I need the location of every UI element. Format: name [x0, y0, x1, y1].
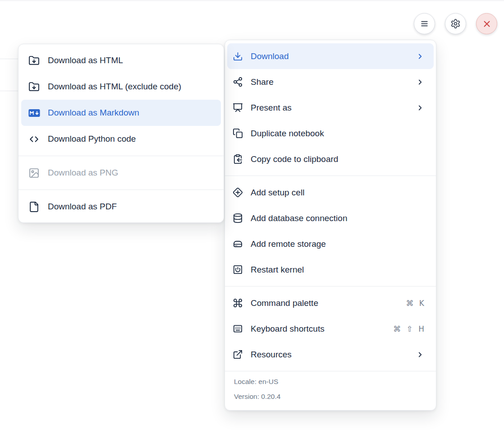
- menu-item-download-pdf[interactable]: Download as PDF: [18, 194, 224, 220]
- menu-item-present-as[interactable]: Present as: [225, 95, 436, 120]
- database-icon: [233, 213, 243, 223]
- command-icon: [233, 298, 243, 308]
- menu-item-download-html-exclude-code[interactable]: Download as HTML (exclude code): [18, 74, 224, 100]
- file-icon: [28, 201, 40, 213]
- menu-footer: Locale: en-US Version: 0.20.4: [225, 371, 436, 410]
- markdown-icon: [28, 108, 40, 118]
- cell-border-line: [0, 59, 18, 59]
- version-text: Version: 0.20.4: [234, 392, 427, 402]
- menu-item-share[interactable]: Share: [225, 69, 436, 95]
- download-submenu: Download as HTML Download as HTML (exclu…: [18, 44, 224, 223]
- chevron-right-icon: [416, 104, 424, 112]
- close-icon: [482, 19, 492, 29]
- notebook-actions-toolbar: [414, 13, 497, 34]
- power-square-icon: [233, 264, 243, 275]
- menu-item-download-markdown[interactable]: Download as Markdown: [21, 100, 221, 126]
- image-icon: [28, 167, 40, 179]
- menu-item-restart-kernel[interactable]: Restart kernel: [225, 257, 436, 282]
- menu-button[interactable]: [414, 13, 435, 34]
- menu-item-add-remote-storage[interactable]: Add remote storage: [225, 231, 436, 257]
- menu-item-add-database-connection[interactable]: Add database connection: [225, 205, 436, 231]
- chevron-right-icon: [416, 351, 424, 359]
- share-icon: [233, 77, 243, 87]
- external-link-icon: [233, 349, 243, 360]
- menu-item-download-python-code[interactable]: Download Python code: [18, 126, 224, 152]
- cell-border-line: [0, 91, 18, 91]
- page-top-border: [0, 0, 504, 1]
- notebook-menu: Download Share Present as: [225, 40, 436, 411]
- hard-drive-icon: [233, 239, 243, 249]
- code-icon: [28, 134, 40, 145]
- settings-button[interactable]: [445, 13, 466, 34]
- presentation-icon: [233, 102, 243, 113]
- shutdown-button[interactable]: [476, 13, 497, 34]
- menu-item-add-setup-cell[interactable]: Add setup cell: [225, 180, 436, 205]
- download-icon: [233, 51, 243, 61]
- chevron-right-icon: [416, 52, 424, 60]
- folder-down-icon: [28, 81, 40, 92]
- gear-icon: [450, 18, 461, 29]
- menu-item-keyboard-shortcuts[interactable]: Keyboard shortcuts ⌘ ⇧ H: [225, 316, 436, 342]
- shortcut-command-shift-h: ⌘ ⇧ H: [393, 324, 424, 333]
- menu-item-copy-code[interactable]: Copy code to clipboard: [225, 146, 436, 172]
- locale-text: Locale: en-US: [234, 377, 427, 387]
- menu-item-resources[interactable]: Resources: [225, 342, 436, 367]
- menu-item-download-png[interactable]: Download as PNG: [18, 160, 224, 186]
- hamburger-icon: [419, 18, 430, 29]
- diamond-plus-icon: [233, 187, 243, 198]
- menu-item-command-palette[interactable]: Command palette ⌘ K: [225, 290, 436, 316]
- menu-item-download-html[interactable]: Download as HTML: [18, 47, 224, 74]
- shortcut-command-k: ⌘ K: [406, 299, 424, 308]
- clipboard-copy-icon: [233, 154, 243, 164]
- copy-icon: [233, 128, 243, 139]
- menu-item-download[interactable]: Download: [227, 43, 434, 69]
- keyboard-icon: [233, 324, 243, 334]
- chevron-right-icon: [416, 78, 424, 86]
- folder-down-icon: [28, 55, 40, 66]
- menu-item-duplicate-notebook[interactable]: Duplicate notebook: [225, 120, 436, 146]
